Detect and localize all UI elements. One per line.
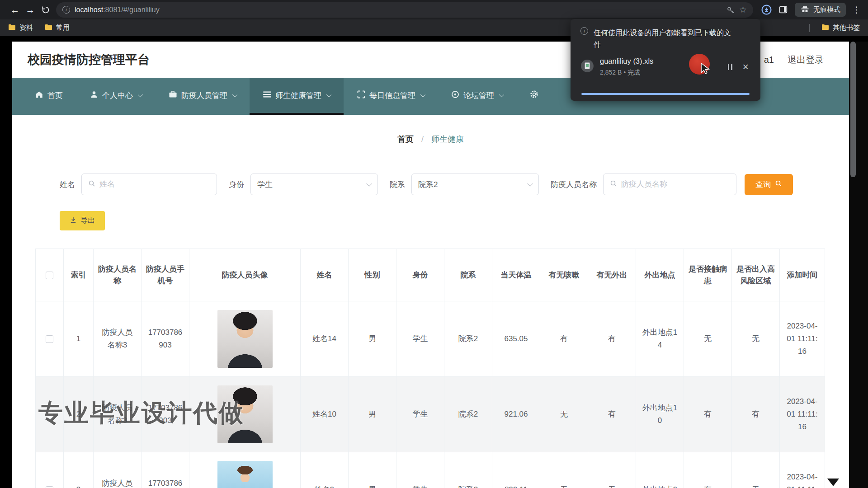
browser-menu-icon[interactable]: ⋮	[852, 5, 861, 15]
row-checkbox[interactable]	[46, 335, 53, 343]
home-icon	[35, 90, 43, 101]
cell-contact-patient: 无	[684, 301, 732, 377]
incognito-icon	[800, 5, 810, 14]
nav-label: 论坛管理	[463, 90, 494, 101]
reload-icon[interactable]	[38, 2, 53, 18]
col-added-time: 添加时间	[780, 249, 825, 301]
export-button[interactable]: 导出	[60, 211, 105, 230]
nav-item-daily-info[interactable]: 每日信息管理	[344, 78, 438, 115]
table-header-row: 索引 防疫人员名称 防疫人员手机号 防疫人员头像 姓名 性别 身份 院系 当天体…	[36, 249, 825, 301]
name-input-box	[81, 174, 217, 195]
forward-icon[interactable]: →	[23, 2, 38, 18]
downloads-icon[interactable]	[761, 4, 772, 15]
other-bookmarks[interactable]: 其他书签	[821, 23, 860, 32]
site-info-icon[interactable]: i	[62, 6, 70, 14]
col-identity: 身份	[396, 249, 444, 301]
row-checkbox[interactable]	[46, 411, 53, 418]
bookmark-label: 常用	[56, 23, 70, 32]
bookmark-folder-zl[interactable]: 资料	[8, 23, 33, 32]
file-icon	[580, 59, 594, 75]
cell-high-risk: 无	[732, 452, 780, 488]
cell-temperature: 899.11	[492, 452, 540, 488]
url-host: localhost	[75, 6, 103, 14]
col-staff-phone: 防疫人员手机号	[142, 249, 189, 301]
nav-item-health-management[interactable]: 师生健康管理	[250, 78, 344, 115]
nav-label: 个人中心	[102, 90, 133, 101]
logout-link[interactable]: 退出登录	[788, 54, 824, 66]
staff-avatar	[217, 385, 273, 443]
select-all-checkbox[interactable]	[46, 272, 53, 279]
breadcrumb-home[interactable]: 首页	[397, 135, 414, 144]
col-went-out: 有无外出	[588, 249, 636, 301]
address-bar[interactable]: i localhost:8081/#/guanliliuy ☆	[56, 2, 753, 18]
download-bubble: i 任何使用此设备的用户都能看到已下载的文件 guanliliuy (3).xl…	[571, 19, 760, 101]
nav-item-system[interactable]	[516, 78, 556, 115]
table-row: 1 防疫人员名称3 17703786903 姓名14 男 学生 院系2 635.…	[36, 301, 825, 377]
col-high-risk: 是否出入高风险区域	[732, 249, 780, 301]
chevron-down-icon	[366, 181, 372, 187]
identity-select[interactable]: 学生	[250, 174, 378, 195]
scrollbar-thumb[interactable]	[850, 42, 856, 177]
col-name: 姓名	[301, 249, 349, 301]
nav-label: 每日信息管理	[369, 90, 415, 101]
table-row: 2 防疫人员名称3 17703786903 姓名10 男 学生 院系2 921.…	[36, 377, 825, 452]
cell-went-out: 无	[588, 452, 636, 488]
cell-identity: 学生	[396, 452, 444, 488]
cell-out-location: 外出地点14	[636, 301, 684, 377]
nav-item-staff-management[interactable]: 防疫人员管理	[155, 78, 250, 115]
url-text[interactable]: localhost:8081/#/guanliliuy	[75, 6, 722, 14]
department-select[interactable]: 院系2	[411, 174, 539, 195]
briefcase-icon	[169, 90, 177, 100]
user-icon	[90, 90, 98, 101]
pause-icon[interactable]	[725, 61, 735, 73]
back-icon[interactable]: ←	[7, 2, 23, 18]
cell-department: 院系2	[444, 377, 492, 452]
cell-out-location: 外出地点9	[636, 452, 684, 488]
cell-cough: 无	[540, 377, 588, 452]
filter-bar: 姓名 身份 学生 院系 院系2 防疫人员名称 查询	[60, 174, 849, 195]
cell-added-time: 2023-04-01 11:11:16	[780, 452, 825, 488]
download-file-row[interactable]: guanliliuy (3).xls 2,852 B • 完成 ×	[580, 57, 750, 77]
cell-staff-name: 防疫人员名称3	[94, 452, 142, 488]
folder-icon	[8, 24, 16, 32]
chevron-down-icon	[138, 92, 143, 97]
nav-item-home[interactable]: 首页	[21, 78, 76, 115]
name-input[interactable]	[99, 180, 210, 189]
bookmark-label: 资料	[19, 23, 33, 32]
staff-filter-label: 防疫人员名称	[551, 179, 597, 190]
side-panel-icon[interactable]	[778, 5, 788, 14]
col-cough: 有无咳嗽	[540, 249, 588, 301]
bookmark-folder-cy[interactable]: 常用	[45, 23, 70, 32]
identity-select-value: 学生	[257, 179, 273, 190]
identity-filter-label: 身份	[229, 179, 244, 190]
col-out-location: 外出地点	[636, 249, 684, 301]
header-checkbox-cell	[36, 249, 64, 301]
nav-item-personal-center[interactable]: 个人中心	[76, 78, 155, 115]
cell-high-risk: 无	[732, 301, 780, 377]
scan-icon	[357, 90, 365, 101]
query-button[interactable]: 查询	[745, 174, 793, 195]
row-checkbox[interactable]	[46, 486, 53, 488]
scrollbar-track[interactable]	[849, 42, 868, 488]
password-key-icon[interactable]	[726, 6, 735, 14]
cell-contact-patient: 有	[684, 377, 732, 452]
cell-index: 1	[64, 301, 94, 377]
nav-item-forum[interactable]: 论坛管理	[438, 78, 516, 115]
staff-input[interactable]	[621, 180, 730, 189]
cell-name: 姓名10	[301, 377, 349, 452]
cell-went-out: 有	[588, 377, 636, 452]
incognito-label: 无痕模式	[813, 5, 840, 14]
browser-toolbar: ← → i localhost:8081/#/guanliliuy ☆ 无痕模式…	[0, 0, 868, 19]
bookmark-star-icon[interactable]: ☆	[739, 5, 747, 15]
close-icon[interactable]: ×	[741, 61, 750, 73]
breadcrumb-separator: /	[421, 135, 424, 144]
bookmarks-separator	[809, 24, 810, 32]
cell-temperature: 635.05	[492, 301, 540, 377]
search-icon	[775, 180, 782, 189]
cell-index: 2	[64, 377, 94, 452]
cell-identity: 学生	[396, 301, 444, 377]
cell-identity: 学生	[396, 377, 444, 452]
folder-icon	[821, 24, 829, 32]
download-info-row: i 任何使用此设备的用户都能看到已下载的文件	[580, 27, 750, 50]
nav-label: 首页	[47, 90, 63, 101]
